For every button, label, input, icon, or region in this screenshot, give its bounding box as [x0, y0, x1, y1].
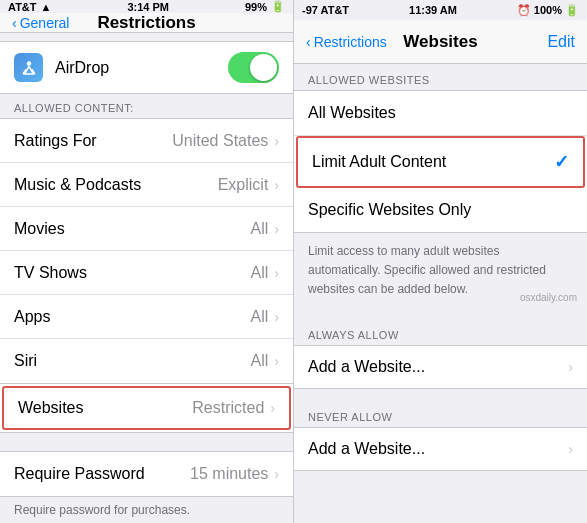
tv-shows-value: All [251, 264, 269, 282]
description-text: Limit access to many adult websites auto… [308, 244, 546, 296]
all-websites-label: All Websites [308, 104, 573, 122]
right-status-right: ⏰ 100% 🔋 [517, 4, 579, 17]
description-wrapper: Limit access to many adult websites auto… [294, 233, 587, 307]
movies-label: Movies [14, 220, 251, 238]
left-back-button[interactable]: ‹ General [12, 15, 69, 31]
require-password-section: Require Password 15 minutes › [0, 451, 293, 497]
tv-shows-row[interactable]: TV Shows All › [0, 251, 293, 295]
right-nav-bar: ‹ Restrictions Websites Edit [294, 20, 587, 64]
right-edit-button[interactable]: Edit [547, 33, 575, 51]
left-signal: 99% [245, 1, 267, 13]
airdrop-section: AirDrop [0, 41, 293, 94]
movies-value: All [251, 220, 269, 238]
specific-websites-label: Specific Websites Only [308, 201, 573, 219]
right-alarm-icon: ⏰ [517, 4, 531, 17]
specific-websites-row[interactable]: Specific Websites Only [294, 188, 587, 232]
require-password-chevron: › [274, 466, 279, 482]
airdrop-row[interactable]: AirDrop [0, 42, 293, 93]
require-password-value: 15 minutes [190, 465, 268, 483]
websites-row[interactable]: Websites Restricted › [2, 386, 291, 430]
websites-value: Restricted [192, 399, 264, 417]
right-carrier: -97 AT&T [302, 4, 349, 16]
ratings-for-row[interactable]: Ratings For United States › [0, 119, 293, 163]
bottom-note: Require password for purchases. [0, 497, 293, 523]
siri-chevron: › [274, 353, 279, 369]
allowed-websites-list: All Websites Limit Adult Content ✓ Speci… [294, 90, 587, 233]
watermark: osxdaily.com [520, 292, 577, 303]
left-status-right: 99% 🔋 [245, 0, 285, 13]
checkmark-icon: ✓ [554, 151, 569, 173]
tv-shows-label: TV Shows [14, 264, 251, 282]
all-websites-row[interactable]: All Websites [294, 91, 587, 136]
siri-value: All [251, 352, 269, 370]
content-list: Ratings For United States › Music & Podc… [0, 118, 293, 384]
left-status-left: AT&T ▲ [8, 1, 51, 13]
ratings-for-label: Ratings For [14, 132, 172, 150]
left-back-label: General [20, 15, 70, 31]
never-allow-add-label: Add a Website... [308, 440, 568, 458]
apps-value: All [251, 308, 269, 326]
toggle-knob [250, 54, 277, 81]
limit-adult-content-row[interactable]: Limit Adult Content ✓ [296, 136, 585, 188]
left-time: 3:14 PM [127, 1, 169, 13]
left-carrier: AT&T [8, 1, 37, 13]
right-panel: -97 AT&T 11:39 AM ⏰ 100% 🔋 ‹ Restriction… [294, 0, 587, 523]
siri-row[interactable]: Siri All › [0, 339, 293, 383]
left-wifi-icon: ▲ [41, 1, 52, 13]
apps-label: Apps [14, 308, 251, 326]
left-nav-bar: ‹ General Restrictions [0, 13, 293, 33]
airdrop-icon [14, 53, 43, 82]
tv-shows-chevron: › [274, 265, 279, 281]
right-battery-icon: 🔋 [565, 4, 579, 17]
left-status-bar: AT&T ▲ 3:14 PM 99% 🔋 [0, 0, 293, 13]
left-panel: AT&T ▲ 3:14 PM 99% 🔋 ‹ General Restricti… [0, 0, 294, 523]
never-allow-add-row[interactable]: Add a Website... › [294, 427, 587, 471]
music-podcasts-row[interactable]: Music & Podcasts Explicit › [0, 163, 293, 207]
allowed-websites-header: ALLOWED WEBSITES [294, 64, 587, 90]
always-allow-header: ALWAYS ALLOW [294, 319, 587, 345]
right-battery-pct: 100% [534, 4, 562, 16]
always-allow-add-label: Add a Website... [308, 358, 568, 376]
websites-chevron: › [270, 400, 275, 416]
right-back-label: Restrictions [314, 34, 387, 50]
websites-label: Websites [18, 399, 192, 417]
music-podcasts-label: Music & Podcasts [14, 176, 218, 194]
siri-label: Siri [14, 352, 251, 370]
movies-chevron: › [274, 221, 279, 237]
limit-adult-content-label: Limit Adult Content [312, 153, 554, 171]
always-allow-section: ALWAYS ALLOW Add a Website... › [294, 319, 587, 389]
never-allow-chevron: › [568, 441, 573, 457]
apps-row[interactable]: Apps All › [0, 295, 293, 339]
airdrop-label: AirDrop [55, 59, 216, 77]
always-allow-add-row[interactable]: Add a Website... › [294, 345, 587, 389]
right-back-button[interactable]: ‹ Restrictions [306, 34, 387, 50]
require-password-label: Require Password [14, 465, 190, 483]
right-nav-title: Websites [403, 32, 477, 52]
require-password-row[interactable]: Require Password 15 minutes › [0, 452, 293, 496]
music-podcasts-chevron: › [274, 177, 279, 193]
apps-chevron: › [274, 309, 279, 325]
movies-row[interactable]: Movies All › [0, 207, 293, 251]
ratings-for-value: United States [172, 132, 268, 150]
left-back-chevron: ‹ [12, 15, 17, 31]
right-status-bar: -97 AT&T 11:39 AM ⏰ 100% 🔋 [294, 0, 587, 20]
always-allow-chevron: › [568, 359, 573, 375]
right-back-chevron: ‹ [306, 34, 311, 50]
never-allow-header: NEVER ALLOW [294, 401, 587, 427]
airdrop-toggle[interactable] [228, 52, 279, 83]
left-nav-title: Restrictions [97, 13, 195, 33]
never-allow-section: NEVER ALLOW Add a Website... › [294, 401, 587, 471]
allowed-content-label: ALLOWED CONTENT: [0, 94, 293, 118]
right-time: 11:39 AM [409, 4, 457, 16]
left-battery-icon: 🔋 [271, 0, 285, 13]
description-box: Limit access to many adult websites auto… [294, 233, 587, 307]
ratings-for-chevron: › [274, 133, 279, 149]
music-podcasts-value: Explicit [218, 176, 269, 194]
